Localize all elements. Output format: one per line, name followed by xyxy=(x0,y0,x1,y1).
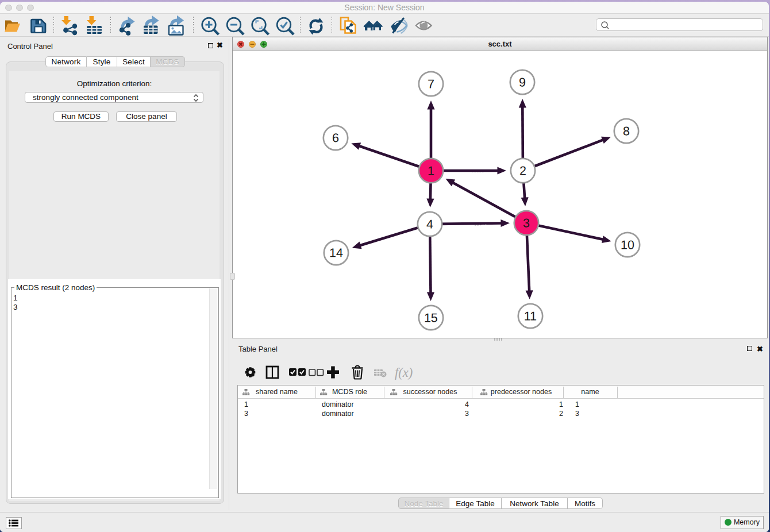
svg-text:11: 11 xyxy=(524,310,537,323)
svg-text:8: 8 xyxy=(623,125,630,138)
svg-text:2: 2 xyxy=(519,164,526,178)
svg-text:14: 14 xyxy=(329,246,343,260)
svg-text:6: 6 xyxy=(332,131,339,145)
svg-text:4: 4 xyxy=(426,217,433,231)
svg-text:f(x): f(x) xyxy=(395,365,413,380)
svg-text:7: 7 xyxy=(428,77,434,91)
svg-text:10: 10 xyxy=(621,238,634,252)
svg-text:1: 1 xyxy=(428,164,434,178)
svg-text:15: 15 xyxy=(424,311,438,325)
svg-text:9: 9 xyxy=(519,76,526,90)
svg-text:3: 3 xyxy=(523,217,530,230)
